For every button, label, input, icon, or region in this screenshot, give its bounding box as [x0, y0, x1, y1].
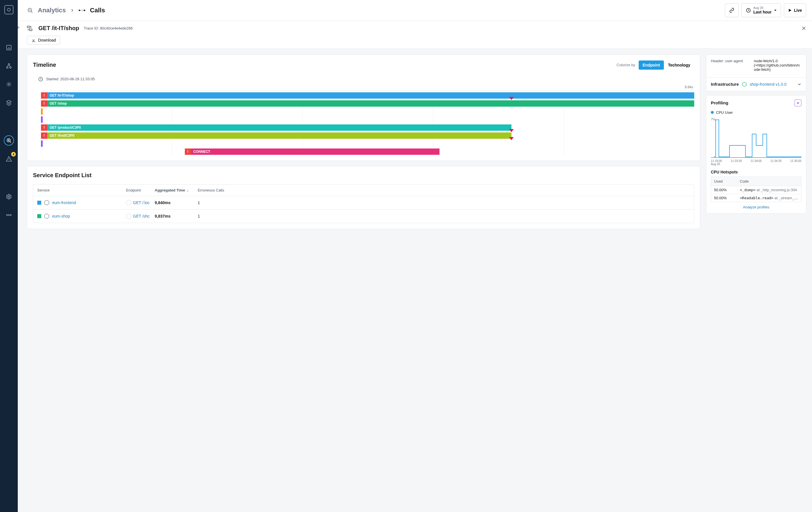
timeline-marker [509, 129, 514, 132]
nav-services-icon[interactable] [4, 79, 14, 89]
share-link-button[interactable] [725, 3, 738, 17]
infrastructure-header[interactable]: Infrastructure shop-frontend v1.0.0 [706, 77, 806, 91]
svg-point-0 [7, 8, 10, 11]
nav-more-icon[interactable] [4, 210, 14, 220]
timeline-bar[interactable] [41, 116, 694, 123]
xtick: 11:33:05 [711, 160, 722, 163]
error-icon: ! [41, 133, 47, 139]
col-agg[interactable]: Aggregated Time↓ [155, 188, 198, 192]
service-endpoint-card: Service Endpoint List Service Endpoint A… [27, 166, 700, 229]
time-range: Last hour [753, 10, 772, 15]
infra-link[interactable]: shop-frontend v1.0.0 [750, 82, 786, 87]
timeline-marker [509, 137, 514, 140]
timeline-card: Timeline Colorize by Endpoint Technology… [27, 54, 700, 161]
service-color-swatch [37, 214, 41, 218]
breadcrumb: Analytics Calls [27, 7, 105, 14]
timeline-total: 9.84s [685, 85, 693, 89]
svg-point-4 [10, 67, 11, 68]
table-row[interactable]: eum-shopGET /shc9,837ms1 [33, 209, 694, 223]
svg-rect-17 [29, 29, 32, 31]
timeline-bar[interactable]: !CONNECT [185, 148, 694, 155]
error-icon: ! [41, 100, 47, 107]
sel-title: Service Endpoint List [33, 172, 694, 179]
time-range-button[interactable]: Aug 28 Last hour [742, 3, 781, 17]
tab-technology[interactable]: Technology [664, 60, 694, 70]
nodejs-icon [742, 82, 747, 87]
timeline-bar[interactable] [41, 108, 694, 115]
table-row[interactable]: eum-frontendGET /:loc9,840ms1 [33, 196, 694, 209]
nav-dashboard-icon[interactable] [4, 42, 14, 53]
trace-title: GET /it-IT/shop [38, 25, 79, 31]
endpoint-link[interactable]: GET /:loc [133, 200, 150, 205]
svg-point-5 [8, 83, 10, 85]
agg-time: 9,840ms [155, 200, 198, 205]
hot-col-code[interactable]: Code [740, 179, 798, 183]
timeline-bar[interactable]: !GET /product/C3P0 [41, 124, 694, 131]
svg-point-3 [7, 67, 8, 68]
nav-alerts-icon[interactable]: 4 [4, 154, 14, 164]
cpu-chart[interactable]: 7% [711, 117, 802, 158]
alert-badge: 4 [11, 152, 16, 157]
svg-point-9 [8, 215, 9, 216]
chevron-down-icon [798, 82, 802, 86]
profiling-panel: Profiling CPU User 7% [706, 95, 806, 214]
live-button[interactable]: Live [784, 3, 806, 17]
svg-rect-16 [27, 26, 30, 28]
svg-point-7 [8, 196, 10, 198]
tab-endpoint[interactable]: Endpoint [639, 60, 664, 70]
xtick: 11:34:05 [751, 160, 762, 163]
service-ring-icon [44, 200, 49, 205]
nav-topology-icon[interactable] [4, 61, 14, 71]
service-link[interactable]: eum-shop [52, 214, 70, 219]
collapse-profiling-button[interactable] [794, 99, 802, 106]
header-ua-val: node-fetch/1.0 (+https://github.com/biti… [754, 59, 802, 72]
endpoint-icon [126, 214, 131, 219]
timeline-bar[interactable]: !GET /it-IT/shop [41, 92, 694, 98]
col-err[interactable]: Erroneous Calls [198, 188, 690, 192]
nav-stack-icon[interactable] [4, 97, 14, 108]
error-icon: ! [41, 92, 47, 98]
agg-time: 9,837ms [155, 214, 198, 219]
xtick: 11:34:35 [771, 160, 782, 163]
timeline-bar[interactable] [41, 140, 694, 147]
err-count: 1 [198, 214, 690, 219]
err-count: 1 [198, 200, 690, 205]
legend-dot [711, 111, 714, 114]
error-icon: ! [185, 148, 191, 155]
time-date: Aug 28 [753, 6, 763, 10]
hot-col-used[interactable]: Used [714, 179, 740, 183]
collapse-icon[interactable] [18, 25, 21, 30]
nav-analytics-icon[interactable] [4, 135, 14, 146]
sort-desc-icon: ↓ [187, 188, 189, 192]
colorize-label: Colorize by [617, 63, 635, 67]
analytics-icon [27, 7, 33, 13]
endpoint-icon [126, 200, 131, 205]
topbar: Analytics Calls Aug 28 Last hour Li [18, 0, 812, 21]
breadcrumb-calls: Calls [90, 7, 105, 14]
col-service[interactable]: Service [37, 188, 126, 192]
hotspot-row[interactable]: 50.00%<_dump> at _http_incoming.js:304 [711, 186, 802, 194]
details-panel: Header: user-agent node-fetch/1.0 (+http… [706, 54, 806, 91]
hotspot-row[interactable]: 50.00%<Readable.read> at _stream_rea... [711, 194, 802, 202]
svg-point-12 [79, 9, 80, 11]
xtick: 11:35:05 [790, 160, 802, 163]
timeline-bar[interactable]: !GET /find/C3P0 [41, 133, 694, 139]
logo-icon[interactable] [4, 5, 14, 15]
service-link[interactable]: eum-frontend [52, 200, 76, 205]
download-button[interactable]: Download [27, 36, 60, 45]
breadcrumb-analytics[interactable]: Analytics [38, 7, 66, 14]
nav-settings-icon[interactable] [4, 192, 14, 202]
endpoint-link[interactable]: GET /shc [133, 214, 150, 219]
nav-sidebar: 4 [0, 0, 18, 512]
error-icon: ! [41, 124, 47, 131]
close-icon[interactable]: ✕ [802, 25, 806, 32]
col-endpoint[interactable]: Endpoint [126, 188, 155, 192]
svg-point-13 [84, 9, 85, 11]
header-ua-key: Header: user-agent [711, 59, 754, 72]
profiling-title: Profiling [711, 100, 728, 105]
analyze-profiles-link[interactable]: Analyze profiles [711, 205, 802, 209]
timeline-bar[interactable]: !GET /shop [41, 100, 694, 107]
legend-cpu: CPU User [716, 110, 733, 115]
svg-point-8 [7, 215, 8, 216]
timeline-chart[interactable]: 9.84s !GET /it-IT/shop!GET /shop!GET /pr… [41, 85, 694, 155]
